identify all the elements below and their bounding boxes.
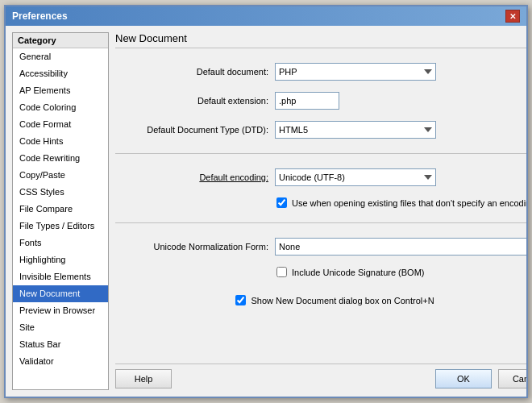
sidebar-item-file-types---editors[interactable]: File Types / Editors: [13, 218, 108, 235]
sidebar-item-file-compare[interactable]: File Compare: [13, 201, 108, 218]
section-title: New Document: [115, 32, 526, 48]
include-bom-group: Include Unicode Signature (BOM): [276, 267, 526, 277]
default-encoding-group: Default encoding: Unicode (UTF-8)Western…: [115, 168, 526, 186]
unicode-form-group: Unicode Normalization Form: NoneC (Canon…: [115, 238, 526, 256]
sidebar-item-accessibility[interactable]: Accessibility: [13, 65, 108, 82]
divider-1: [115, 153, 526, 154]
sidebar: Category GeneralAccessibilityAP Elements…: [12, 32, 109, 390]
cancel-button[interactable]: Cancel: [498, 369, 526, 388]
button-row: Help OK Cancel: [115, 364, 526, 390]
sidebar-item-css-styles[interactable]: CSS Styles: [13, 184, 108, 201]
preferences-window: Preferences ✕ Category GeneralAccessibil…: [4, 5, 528, 398]
sidebar-item-validator[interactable]: Validator: [13, 353, 108, 370]
title-bar: Preferences ✕: [6, 6, 526, 26]
show-new-doc-checkbox[interactable]: [235, 295, 246, 305]
default-extension-label: Default extension:: [115, 96, 268, 106]
default-extension-group: Default extension:: [115, 92, 526, 110]
unicode-form-select[interactable]: NoneC (Canonical Decomposition, followed…: [275, 238, 526, 256]
sidebar-item-invisible-elements[interactable]: Invisible Elements: [13, 268, 108, 285]
show-new-doc-label[interactable]: Show New Document dialog box on Control+…: [251, 296, 434, 305]
sidebar-header: Category: [13, 33, 108, 48]
sidebar-item-code-coloring[interactable]: Code Coloring: [13, 99, 108, 116]
default-dtd-select[interactable]: HTML5HTML 4.01 TransitionalHTML 4.01 Str…: [275, 121, 436, 139]
sidebar-item-site[interactable]: Site: [13, 319, 108, 336]
show-new-doc-group: Show New Document dialog box on Control+…: [115, 295, 526, 305]
sidebar-item-code-rewriting[interactable]: Code Rewriting: [13, 150, 108, 167]
default-document-group: Default document: PHPHTMLCSSJavaScriptAS…: [115, 63, 526, 81]
window-title: Preferences: [12, 10, 68, 22]
sidebar-item-status-bar[interactable]: Status Bar: [13, 336, 108, 353]
default-document-label: Default document:: [115, 67, 268, 77]
sidebar-item-code-format[interactable]: Code Format: [13, 116, 108, 133]
default-dtd-label: Default Document Type (DTD):: [115, 125, 268, 135]
ok-button[interactable]: OK: [435, 369, 492, 388]
main-content: New Document Default document: PHPHTMLCS…: [115, 32, 526, 390]
use-when-opening-group: Use when opening existing files that don…: [276, 197, 526, 208]
sidebar-item-copy-paste[interactable]: Copy/Paste: [13, 167, 108, 184]
sidebar-item-general[interactable]: General: [13, 48, 108, 65]
use-when-opening-label[interactable]: Use when opening existing files that don…: [292, 198, 526, 208]
sidebar-item-ap-elements[interactable]: AP Elements: [13, 82, 108, 99]
sidebar-item-code-hints[interactable]: Code Hints: [13, 133, 108, 150]
help-button[interactable]: Help: [115, 369, 172, 388]
window-body: Category GeneralAccessibilityAP Elements…: [6, 26, 526, 397]
divider-2: [115, 222, 526, 223]
close-button[interactable]: ✕: [505, 10, 520, 23]
sidebar-item-preview-in-browser[interactable]: Preview in Browser: [13, 302, 108, 319]
default-document-select[interactable]: PHPHTMLCSSJavaScriptASPColdFusion: [275, 63, 436, 81]
ok-cancel-group: OK Cancel: [435, 369, 526, 388]
sidebar-item-fonts[interactable]: Fonts: [13, 235, 108, 251]
default-dtd-group: Default Document Type (DTD): HTML5HTML 4…: [115, 121, 526, 139]
unicode-form-label: Unicode Normalization Form:: [115, 242, 268, 251]
sidebar-item-new-document[interactable]: New Document: [13, 285, 108, 302]
default-encoding-select[interactable]: Unicode (UTF-8)Western European (Latin1)…: [275, 168, 436, 186]
include-bom-label[interactable]: Include Unicode Signature (BOM): [292, 268, 424, 277]
default-encoding-label: Default encoding:: [115, 172, 268, 182]
content-area: Default document: PHPHTMLCSSJavaScriptAS…: [115, 60, 526, 355]
sidebar-item-highlighting[interactable]: Highlighting: [13, 251, 108, 268]
default-extension-input[interactable]: [275, 92, 339, 110]
include-bom-checkbox[interactable]: [276, 267, 287, 277]
sidebar-items-container: GeneralAccessibilityAP ElementsCode Colo…: [13, 48, 108, 370]
use-when-opening-checkbox[interactable]: [276, 197, 287, 208]
